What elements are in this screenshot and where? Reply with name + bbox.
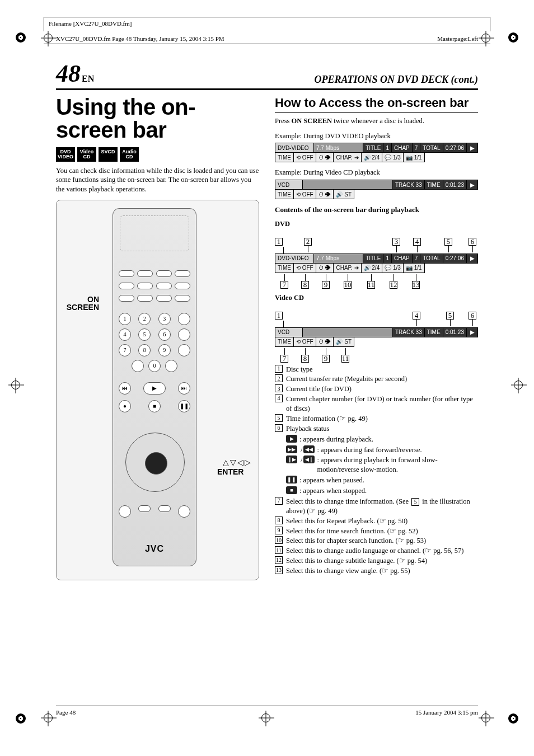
vcd-annotated-bar: 1456 VCD TRACK 33 TIME 0:01:23 ▶ TIME ⟲ … xyxy=(275,312,478,363)
playback-status-sublist: ▶: appears during playback. ▶▶/◀◀: appea… xyxy=(286,435,478,496)
osd-repeat-btn: ⟲ OFF xyxy=(294,152,316,162)
annot-num: 9 xyxy=(322,355,330,363)
annot-num: 1 xyxy=(275,238,283,246)
meta-line: XVC27U_08DVD.fm Page 48 Thursday, Januar… xyxy=(56,35,478,43)
remote-brand: JVC xyxy=(113,543,196,555)
annot-num: 11 xyxy=(341,355,349,363)
legend-list-continued: 7Select this to change time information.… xyxy=(275,497,478,576)
play-icon: ▶ xyxy=(286,435,297,443)
rew-icon: ◀◀ xyxy=(303,445,315,453)
footer-page: Page 48 xyxy=(56,708,76,717)
osd-bitrate: 7.7 Mbps xyxy=(314,143,363,153)
osd-title-num: 1 xyxy=(383,143,392,153)
annot-num: 7 xyxy=(280,355,288,363)
annot-num: 12 xyxy=(390,281,397,289)
callout-enter: ENTER xyxy=(217,468,255,476)
print-reg-mark xyxy=(481,713,490,722)
badge-audio-cd: Audio CD xyxy=(120,147,139,162)
page-number-value: 48 xyxy=(56,60,81,87)
example2-label: Example: During Video CD playback xyxy=(275,168,478,177)
badge-dvd-video: DVD VIDEO xyxy=(56,147,75,162)
osd-subtitle-btn: 💬 1/3 xyxy=(382,152,404,162)
annot-num: 8 xyxy=(301,355,309,363)
osd-disc-type: DVD-VIDEO xyxy=(275,143,314,153)
remote-tv-panel xyxy=(120,215,189,251)
annot-num: 6 xyxy=(469,238,476,246)
callout-on-screen: ON SCREEN xyxy=(60,295,99,311)
annot-num: 1 xyxy=(275,312,283,320)
page-number: 48EN xyxy=(56,62,94,86)
press-post: twice whenever a disc is loaded. xyxy=(332,117,424,125)
print-reg-sun xyxy=(16,713,26,724)
dvd-subheading: DVD xyxy=(275,219,478,229)
osd-timesearch-btn: ⏱ ➔ xyxy=(316,152,334,162)
howto-heading: How to Access the on-screen bar xyxy=(275,95,478,113)
remote-illustration: ON SCREEN △▽◁▷ ENTER 123 456 789 0 ⏮▶⏭ ●… xyxy=(56,200,259,580)
annot-num: 4 xyxy=(413,312,420,320)
framemaker-line: XVC27U_08DVD.fm Page 48 Thursday, Januar… xyxy=(56,35,224,43)
print-reg-mark xyxy=(11,381,20,389)
osd-timesearch-btn: ⏱ ➔ xyxy=(316,189,334,199)
filename-frame: Filename [XVC27U_08DVD.fm] xyxy=(44,17,490,31)
osd-time-val: 0:01:23 xyxy=(443,180,467,190)
legend-list: 1Disc type 2Current transfer rate (Megab… xyxy=(275,365,478,434)
print-reg-sun xyxy=(508,32,518,43)
osd-total-label: TOTAL xyxy=(420,143,443,153)
annot-num: 8 xyxy=(301,281,309,289)
print-reg-sun xyxy=(16,32,26,43)
annot-num: 3 xyxy=(392,238,400,246)
print-reg-mark xyxy=(44,34,53,43)
remote-body: 123 456 789 0 ⏮▶⏭ ●■❚❚ JVC xyxy=(113,208,196,566)
osd-angle-btn: 📷 1/1 xyxy=(404,152,425,162)
section-title: OPERATIONS ON DVD DECK (cont.) xyxy=(314,73,478,86)
badge-svcd: SVCD xyxy=(99,147,118,162)
ff-icon: ▶▶ xyxy=(286,445,297,453)
print-reg-mark xyxy=(514,381,523,389)
osd-chap-label: CHAP xyxy=(392,143,413,153)
osd-time-label: TIME xyxy=(425,180,443,190)
press-bold: ON SCREEN xyxy=(292,117,332,125)
masterpage-label: Masterpage:Left xyxy=(437,35,478,43)
osd-play-icon: ▶ xyxy=(467,143,478,153)
osd-disc-type: VCD xyxy=(275,180,303,190)
disc-type-badges: DVD VIDEO Video CD SVCD Audio CD xyxy=(56,147,259,162)
contents-heading: Contents of the on-screen bar during pla… xyxy=(275,205,478,215)
press-pre: Press xyxy=(275,117,292,125)
page-footer: Page 48 15 January 2004 3:15 pm xyxy=(56,706,478,717)
print-reg-mark xyxy=(481,34,490,43)
badge-video-cd: Video CD xyxy=(77,147,96,162)
osd-blank xyxy=(303,180,393,190)
osd-repeat-btn: ⟲ OFF xyxy=(294,189,316,199)
intro-paragraph: You can check disc information while the… xyxy=(56,166,259,195)
dvd-annotated-bar: 123456 DVD-VIDEO 7.7 Mbps TITLE 1 CHAP 7… xyxy=(275,238,478,289)
osd-chapsearch-btn: CHAP. ➔ xyxy=(334,152,361,162)
vcd-subheading: Video CD xyxy=(275,293,478,303)
osd-time-btn: TIME xyxy=(275,189,294,199)
annot-num: 6 xyxy=(469,312,476,320)
annot-num: 5 xyxy=(446,312,454,320)
pause-icon: ❚❚ xyxy=(286,476,297,483)
annot-num: 10 xyxy=(344,281,352,289)
osd-time-btn: TIME xyxy=(275,152,294,162)
slowfwd-icon: ❙▶ xyxy=(286,456,297,463)
annot-num: 2 xyxy=(304,238,312,246)
press-instruction: Press ON SCREEN twice whenever a disc is… xyxy=(275,116,478,126)
page-header: 48EN OPERATIONS ON DVD DECK (cont.) xyxy=(56,62,478,90)
example1-label: Example: During DVD VIDEO playback xyxy=(275,132,478,141)
footer-date: 15 January 2004 3:15 pm xyxy=(415,708,478,717)
osd-audio-btn: 🔊 ST xyxy=(334,189,354,199)
annot-num: 7 xyxy=(280,281,288,289)
page-lang: EN xyxy=(82,74,94,83)
annot-num: 4 xyxy=(413,238,421,246)
osd-track: TRACK 33 xyxy=(393,180,425,190)
annot-num: 9 xyxy=(322,281,330,289)
remote-nav-ring xyxy=(125,433,185,492)
osd-chap-num: 7 xyxy=(413,143,421,153)
slowrev-icon: ◀❙ xyxy=(303,456,315,463)
osd-vcd-example: VCD TRACK 33 TIME 0:01:23 ▶ TIME ⟲ OFF ⏱… xyxy=(275,180,478,199)
osd-audio-btn: 🔊 2/4 xyxy=(362,152,383,162)
annot-num: 5 xyxy=(444,238,452,246)
top-rule xyxy=(44,44,490,44)
print-reg-sun xyxy=(508,713,518,724)
print-reg-mark xyxy=(44,713,53,722)
